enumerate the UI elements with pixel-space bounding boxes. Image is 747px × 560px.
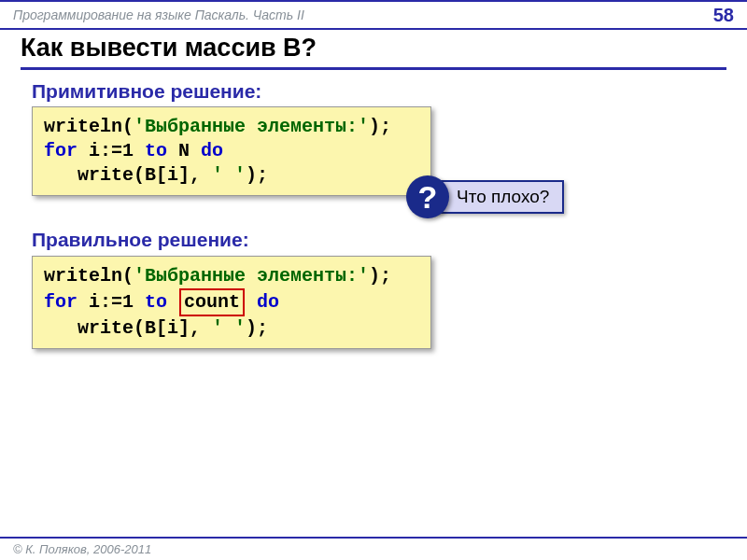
code-keyword: do — [257, 291, 279, 313]
section1-heading: Примитивное решение: — [32, 80, 261, 103]
code-block-primitive: writeln('Выбранные элементы:'); for i:=1… — [32, 106, 431, 196]
callout-text: Что плохо? — [430, 180, 564, 214]
code-text: ); — [246, 164, 268, 186]
code-text: i:=1 — [78, 291, 145, 313]
highlight-count: count — [179, 288, 245, 316]
code-string: 'Выбранные элементы:' — [134, 116, 369, 137]
code-text: writeln( — [44, 265, 134, 287]
code-text — [246, 291, 257, 313]
slide: Программирование на языке Паскаль. Часть… — [0, 0, 747, 560]
code-text: writeln( — [44, 116, 134, 137]
slide-footer: © К. Поляков, 2006-2011 — [0, 537, 747, 560]
code-block-correct: writeln('Выбранные элементы:'); for i:=1… — [32, 256, 431, 349]
code-text: i:=1 — [78, 140, 145, 161]
code-text: ); — [246, 317, 268, 339]
code-text: ); — [369, 116, 391, 137]
code-string: ' ' — [212, 317, 246, 339]
slide-title: Как вывести массив B? — [21, 34, 726, 70]
code-text: write(B[i], — [44, 317, 212, 339]
code-keyword: do — [201, 140, 223, 161]
code-keyword: for — [44, 291, 78, 313]
code-keyword: for — [44, 140, 78, 161]
question-callout: ? Что плохо? — [406, 175, 564, 218]
code-string: ' ' — [212, 164, 246, 186]
code-text — [167, 291, 178, 313]
question-icon: ? — [406, 175, 449, 218]
page-number: 58 — [713, 5, 734, 26]
code-keyword: to — [145, 140, 167, 161]
code-text: N — [167, 140, 201, 161]
code-string: 'Выбранные элементы:' — [134, 265, 369, 287]
slide-header: Программирование на языке Паскаль. Часть… — [0, 0, 747, 30]
code-text: ); — [369, 265, 391, 287]
code-text: write(B[i], — [44, 164, 212, 186]
code-keyword: to — [145, 291, 167, 313]
section2-heading: Правильное решение: — [32, 229, 249, 251]
header-title: Программирование на языке Паскаль. Часть… — [13, 7, 304, 22]
